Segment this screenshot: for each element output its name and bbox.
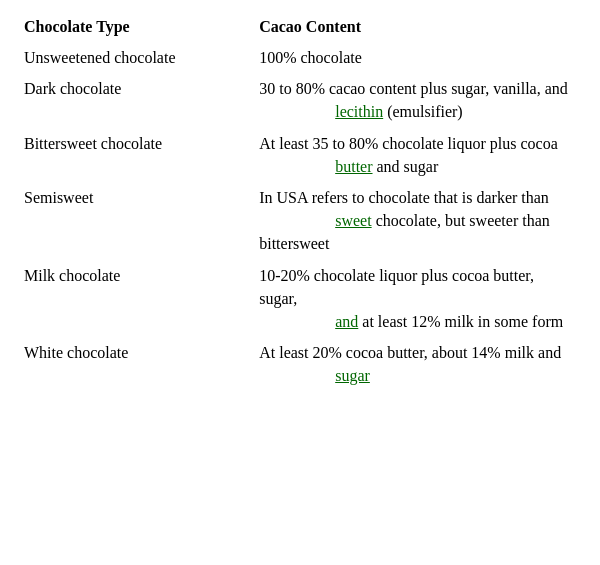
table-row: Dark chocolate 30 to 80% cacao content p… [20, 73, 580, 127]
cacao-content: At least 35 to 80% chocolate liquor plus… [255, 128, 580, 182]
chocolate-type: Bittersweet chocolate [20, 128, 255, 182]
content-link-sweet[interactable]: sweet [335, 212, 371, 229]
col-header-content: Cacao Content [255, 16, 580, 42]
table-row: Bittersweet chocolate At least 35 to 80%… [20, 128, 580, 182]
cacao-content: 100% chocolate [255, 42, 580, 73]
content-text-after: chocolate, but sweeter than bittersweet [259, 212, 550, 252]
chocolate-table: Chocolate Type Cacao Content Unsweetened… [20, 16, 580, 391]
chocolate-type: Dark chocolate [20, 73, 255, 127]
content-text-after: at least 12% milk in some form [358, 313, 563, 330]
chocolate-type: Unsweetened chocolate [20, 42, 255, 73]
cacao-content: 10-20% chocolate liquor plus cocoa butte… [255, 260, 580, 338]
table-row: White chocolate At least 20% cocoa butte… [20, 337, 580, 391]
content-text-before: 30 to 80% cacao content plus sugar, vani… [259, 80, 568, 97]
cacao-content: At least 20% cocoa butter, about 14% mil… [255, 337, 580, 391]
cacao-content: 30 to 80% cacao content plus sugar, vani… [255, 73, 580, 127]
content-text-link-title: (emulsifier) [383, 103, 463, 120]
content-text-before: 10-20% chocolate liquor plus cocoa butte… [259, 267, 534, 307]
content-link-lecithin[interactable]: lecithin [335, 103, 383, 120]
table-row: Semisweet In USA refers to chocolate tha… [20, 182, 580, 260]
content-link-sugar[interactable]: sugar [335, 367, 370, 384]
chocolate-type: White chocolate [20, 337, 255, 391]
cacao-content: In USA refers to chocolate that is darke… [255, 182, 580, 260]
content-text-before: At least 20% cocoa butter, about 14% mil… [259, 344, 561, 361]
content-link-butter[interactable]: butter [335, 158, 372, 175]
content-text-before: In USA refers to chocolate that is darke… [259, 189, 549, 206]
table-row: Unsweetened chocolate 100% chocolate [20, 42, 580, 73]
table-row: Milk chocolate 10-20% chocolate liquor p… [20, 260, 580, 338]
content-link-and[interactable]: and [335, 313, 358, 330]
col-header-type: Chocolate Type [20, 16, 255, 42]
chocolate-type: Semisweet [20, 182, 255, 260]
content-text-after: and sugar [373, 158, 439, 175]
content-text-before: At least 35 to 80% chocolate liquor plus… [259, 135, 558, 152]
chocolate-type: Milk chocolate [20, 260, 255, 338]
